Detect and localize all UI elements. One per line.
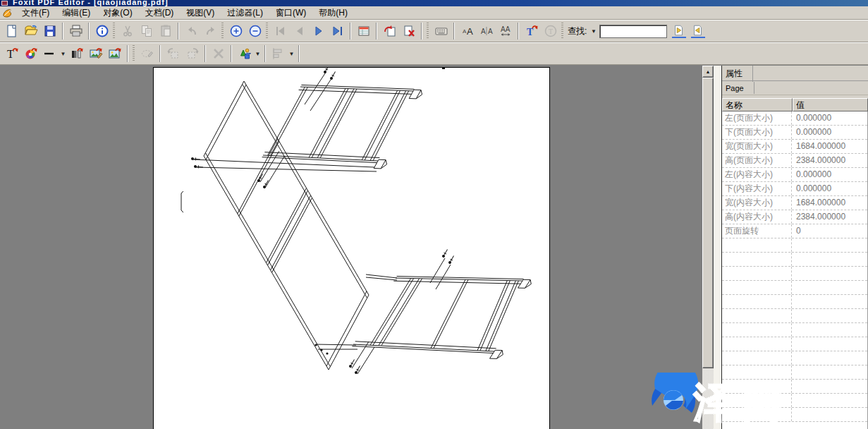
- panel-splitter[interactable]: [714, 66, 722, 429]
- find-input[interactable]: [599, 25, 667, 38]
- panel-title: 属性: [722, 66, 753, 82]
- line-style-button[interactable]: [40, 44, 59, 64]
- first-page-button[interactable]: [271, 22, 290, 41]
- insert-page-button[interactable]: [380, 22, 399, 41]
- print-button[interactable]: [66, 22, 85, 41]
- menu-item-4[interactable]: 视图(V): [180, 6, 221, 19]
- scrollbar-thumb[interactable]: [702, 78, 714, 368]
- column-header-value[interactable]: 值: [793, 98, 868, 111]
- vertical-scrollbar[interactable]: ▲: [702, 66, 714, 429]
- toolbar-separator: [298, 45, 300, 62]
- insert-shape-button[interactable]: [235, 44, 254, 64]
- pdf-page[interactable]: [153, 67, 550, 429]
- property-name-empty: [722, 408, 792, 421]
- menu-item-3[interactable]: 文档(D): [139, 6, 181, 19]
- font-kerning-button[interactable]: AA: [477, 22, 496, 41]
- fill-gradient-tool-button[interactable]: [67, 44, 86, 64]
- property-name: 宽(内容大小): [722, 196, 792, 210]
- insert-image-tool-button[interactable]: [105, 44, 124, 64]
- property-name-empty: [722, 323, 792, 337]
- property-value[interactable]: 0.000000: [792, 182, 867, 195]
- menu-item-1[interactable]: 编辑(E): [56, 6, 97, 19]
- property-value[interactable]: 0.000000: [792, 111, 867, 125]
- property-value[interactable]: 0.000000: [792, 168, 867, 181]
- property-row: 页面旋转0: [722, 224, 867, 238]
- page-properties-button[interactable]: [354, 22, 373, 41]
- property-row-empty: [722, 238, 867, 253]
- zoom-out-button[interactable]: [245, 22, 264, 41]
- property-value[interactable]: 1684.000000: [792, 196, 867, 210]
- scroll-up-button[interactable]: ▲: [702, 66, 714, 78]
- property-value-empty: [792, 365, 867, 379]
- property-name-empty: [722, 295, 792, 308]
- menu-item-7[interactable]: 帮助(H): [312, 6, 354, 19]
- property-name: 左(页面大小): [722, 111, 792, 125]
- virtual-keyboard-button[interactable]: [432, 22, 451, 41]
- next-page-button[interactable]: [309, 22, 328, 41]
- line-style-dropdown[interactable]: ▼: [59, 45, 67, 62]
- open-button[interactable]: [21, 22, 40, 41]
- font-size-button[interactable]: AA: [458, 22, 477, 41]
- menu-item-2[interactable]: 对象(O): [97, 6, 138, 19]
- property-value[interactable]: 1684.000000: [792, 140, 867, 153]
- tab-page[interactable]: Page: [722, 82, 754, 94]
- align-tool-button[interactable]: [269, 44, 288, 64]
- document-info-button[interactable]: [92, 22, 111, 41]
- property-value[interactable]: 2384.000000: [792, 154, 867, 167]
- text-object-button[interactable]: T: [541, 22, 560, 41]
- toolbar-objects: T▼▼▼: [0, 42, 868, 65]
- new-document-button[interactable]: [2, 22, 21, 41]
- last-page-button[interactable]: [328, 22, 347, 41]
- find-previous-button[interactable]: [688, 22, 707, 41]
- insert-shape-dropdown[interactable]: ▼: [254, 45, 262, 62]
- menu-item-0[interactable]: 文件(F): [16, 6, 56, 19]
- previous-page-button[interactable]: [290, 22, 309, 41]
- undo-button[interactable]: [182, 22, 201, 41]
- copy-button[interactable]: [137, 22, 156, 41]
- rotate-object-right-button[interactable]: [183, 44, 202, 64]
- shape-color-tool-button[interactable]: [21, 44, 40, 64]
- redo-button[interactable]: [201, 22, 220, 41]
- property-value[interactable]: 0: [792, 224, 867, 238]
- toolbar-grip[interactable]: [133, 45, 135, 62]
- document-icon[interactable]: [2, 8, 13, 18]
- property-value[interactable]: 0.000000: [792, 126, 867, 139]
- text-tool-button[interactable]: T: [2, 44, 21, 64]
- property-value[interactable]: 2384.000000: [792, 210, 867, 224]
- property-name-empty: [722, 365, 792, 379]
- toolbar-grip[interactable]: [561, 23, 563, 40]
- property-value-empty: [792, 295, 867, 308]
- delete-object-button[interactable]: [209, 44, 228, 64]
- column-header-name[interactable]: 名称: [722, 98, 793, 111]
- rotate-object-left-button[interactable]: [164, 44, 183, 64]
- property-name: 页面旋转: [722, 224, 792, 238]
- toolbar-separator: [127, 45, 128, 62]
- cut-button[interactable]: [118, 22, 137, 41]
- property-row: 下(内容大小)0.000000: [722, 182, 867, 196]
- toolbar-grip[interactable]: [221, 23, 224, 40]
- insert-text-object-button[interactable]: T: [522, 22, 541, 41]
- save-button[interactable]: [40, 22, 59, 41]
- toolbar-grip[interactable]: [266, 23, 268, 40]
- property-name: 高(内容大小): [722, 210, 792, 224]
- menu-bar: 文件(F)编辑(E)对象(O)文档(D)视图(V)过滤器(L)窗口(W)帮助(H…: [0, 6, 868, 20]
- find-next-button[interactable]: [669, 22, 688, 41]
- align-tool-dropdown[interactable]: ▼: [288, 45, 295, 62]
- select-object-tool-button[interactable]: [137, 44, 157, 64]
- font-spacing-button[interactable]: AA: [496, 22, 515, 41]
- zoom-in-button[interactable]: [226, 22, 245, 41]
- property-table-header: 名称 值: [722, 98, 868, 111]
- property-row: 高(页面大小)2384.000000: [722, 154, 867, 168]
- paste-button[interactable]: [156, 22, 175, 41]
- property-value-empty: [792, 337, 867, 351]
- document-canvas[interactable]: [0, 66, 702, 429]
- delete-page-button[interactable]: [399, 22, 418, 41]
- image-editor-tool-button[interactable]: [86, 44, 105, 64]
- find-options-dropdown[interactable]: ▼: [589, 23, 597, 40]
- toolbar-grip[interactable]: [427, 23, 429, 40]
- property-row-empty: [722, 281, 867, 295]
- menu-item-5[interactable]: 过滤器(L): [221, 6, 269, 19]
- property-row-empty: [722, 253, 867, 267]
- menu-item-6[interactable]: 窗口(W): [269, 6, 312, 19]
- toolbar-grip[interactable]: [113, 23, 115, 40]
